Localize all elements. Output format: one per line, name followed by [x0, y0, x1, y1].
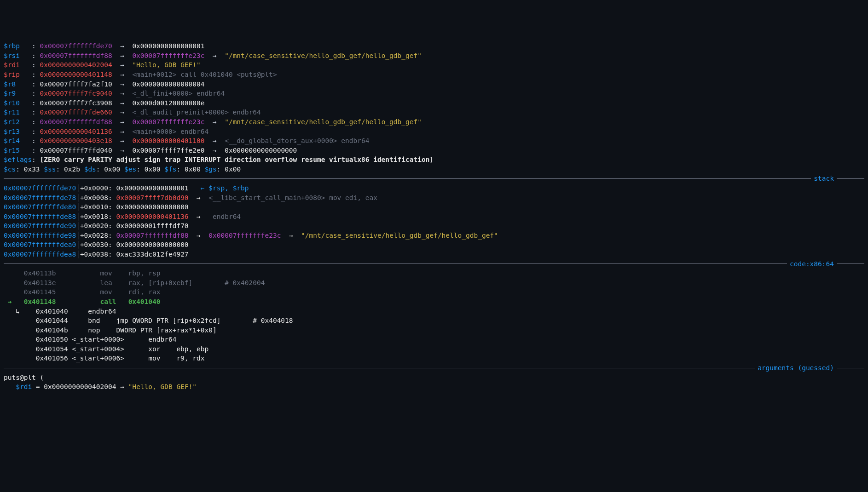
stack-addr: 0x00007fffffffde70	[4, 184, 76, 192]
code-row: 0x40113e lea rax, [rip+0xebf] # 0x402004	[4, 278, 864, 288]
stack-row: 0x00007fffffffde70│+0x0000: 0x0000000000…	[4, 183, 864, 193]
reg-rdi: $rdi	[4, 61, 20, 69]
stack-row: 0x00007fffffffdea0│+0x0030: 0x0000000000…	[4, 240, 864, 250]
stack-val: 0x0000000000401136	[116, 213, 188, 220]
stack-addr: 0x00007fffffffde88	[4, 213, 76, 220]
stack-section: 0x00007fffffffde70│+0x0000: 0x0000000000…	[4, 183, 864, 259]
code-row: 0x401145 mov rdi, rax	[4, 287, 864, 297]
args-fn: puts@plt (	[4, 374, 44, 381]
stack-addr: 0x00007fffffffdea8	[4, 251, 76, 258]
reg-r10: $r10	[4, 99, 20, 107]
stack-val: 0x0000000000000000	[116, 203, 188, 211]
stack-row: 0x00007fffffffdea8│+0x0038: 0xac333dc012…	[4, 250, 864, 259]
stack-addr: 0x00007fffffffde80	[4, 203, 76, 211]
reg-r11: $r11	[4, 109, 20, 116]
reg-rsi: $rsi	[4, 52, 20, 59]
stack-val: 0x0000000000000001	[116, 184, 188, 192]
code-row: ↳ 0x401040 endbr64	[4, 307, 864, 316]
stack-row: 0x00007fffffffde98│+0x0028: 0x00007fffff…	[4, 231, 864, 240]
stack-row: 0x00007fffffffde80│+0x0010: 0x0000000000…	[4, 202, 864, 212]
reg-r15: $r15	[4, 147, 20, 154]
stack-addr: 0x00007fffffffde98	[4, 232, 76, 239]
reg-r9: $r9	[4, 90, 16, 97]
stack-val: 0x00007fffffffdf88	[116, 232, 188, 239]
code-row: 0x401054 <_start+0004> xor ebp, ebp	[4, 344, 864, 354]
stack-row: 0x00007fffffffde78│+0x0008: 0x00007ffff7…	[4, 193, 864, 203]
section-code-header: code:x86:64	[4, 259, 864, 269]
reg-rbp: $rbp	[4, 42, 20, 50]
reg-ds: $ds	[84, 166, 96, 173]
stack-addr: 0x00007fffffffdea0	[4, 241, 76, 248]
code-row: 0x401044 bnd jmp QWORD PTR [rip+0x2fcd] …	[4, 316, 864, 326]
reg-es: $es	[124, 166, 136, 173]
code-row-current: → 0x401148 call 0x401040	[4, 297, 864, 307]
reg-cs: $cs	[4, 166, 16, 173]
registers-section: $rbp : 0x00007fffffffde70 → 0x0000000000…	[4, 32, 864, 174]
reg-r8: $r8	[4, 80, 16, 88]
stack-addr: 0x00007fffffffde78	[4, 194, 76, 201]
stack-val: 0x00000001ffffdf70	[116, 222, 188, 229]
code-row: 0x40113b mov rbp, rsp	[4, 269, 864, 278]
reg-ss: $ss	[44, 166, 56, 173]
stack-addr: 0x00007fffffffde90	[4, 222, 76, 229]
stack-row: 0x00007fffffffde90│+0x0020: 0x00000001ff…	[4, 221, 864, 231]
reg-r12: $r12	[4, 118, 20, 126]
code-row: 0x40104b nop DWORD PTR [rax+rax*1+0x0]	[4, 326, 864, 335]
reg-r14: $r14	[4, 137, 20, 144]
stack-row: 0x00007fffffffde88│+0x0018: 0x0000000000…	[4, 212, 864, 222]
code-row: 0x401050 <_start+0000> endbr64	[4, 335, 864, 344]
section-stack-header: stack	[4, 174, 864, 183]
args-reg: $rdi	[16, 383, 32, 390]
code-section: 0x40113b mov rbp, rsp 0x40113e lea rax, …	[4, 269, 864, 363]
reg-gs: $gs	[205, 166, 217, 173]
reg-eflags: $eflags	[4, 156, 32, 163]
code-row: 0x401056 <_start+0006> mov r9, rdx	[4, 354, 864, 363]
reg-fs: $fs	[164, 166, 176, 173]
stack-val: 0x00007ffff7db0d90	[116, 194, 188, 201]
section-args-header: arguments (guessed)	[4, 363, 864, 373]
reg-r13: $r13	[4, 128, 20, 135]
stack-val: 0xac333dc012fe4927	[116, 251, 188, 258]
stack-val: 0x0000000000000000	[116, 241, 188, 248]
reg-rip: $rip	[4, 71, 20, 78]
args-section: puts@plt ( $rdi = 0x0000000000402004 → "…	[4, 373, 864, 392]
